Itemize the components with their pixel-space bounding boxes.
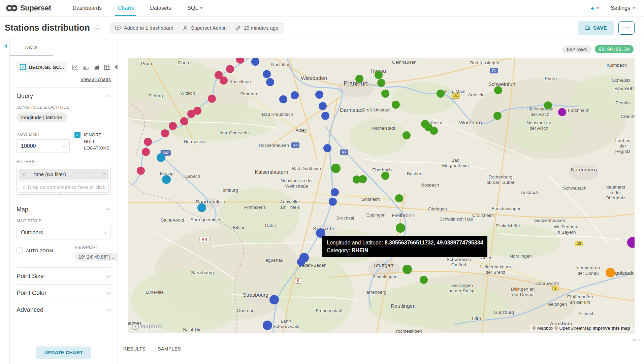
chevron-up-icon	[106, 95, 111, 99]
map-point-green[interactable]	[381, 90, 389, 98]
map-point-green[interactable]	[544, 101, 552, 109]
viewport-value-pill[interactable]: 10° 24' 49.86" | ...	[74, 253, 118, 261]
map-point-blue[interactable]	[266, 78, 274, 86]
map-point-blue[interactable]	[321, 112, 329, 120]
results-tab-samples[interactable]: SAMPLES	[158, 346, 181, 352]
viz-type-pill[interactable]: ✓ DECK.GL SC...	[17, 62, 67, 72]
workspace: DATA ✓ DECK.GL SC...	[0, 39, 644, 364]
unchecked-checkbox-icon[interactable]	[17, 247, 23, 254]
mapbox-attribution-link[interactable]: © Mapbox	[533, 326, 553, 331]
top-navbar: Superset DashboardsChartsDatasetsSQL + S…	[0, 0, 644, 16]
map-point-green[interactable]	[402, 265, 412, 274]
section-header-advanced[interactable]: Advanced	[17, 301, 111, 318]
map-point-orange[interactable]	[606, 268, 615, 277]
map-point-blue[interactable]	[251, 58, 259, 66]
map-point-green[interactable]	[375, 71, 383, 79]
map-point-pink[interactable]	[226, 65, 234, 73]
chevron-down-icon	[106, 273, 111, 278]
settings-menu[interactable]: Settings	[611, 5, 635, 11]
map-point-blue[interactable]	[269, 295, 279, 304]
map-point-green[interactable]	[493, 112, 502, 120]
table-icon[interactable]	[104, 64, 110, 70]
update-chart-button[interactable]: UPDATE CHART	[36, 346, 91, 359]
map-point-green[interactable]	[430, 127, 438, 135]
favorite-star-icon[interactable]: ☆	[94, 23, 101, 32]
collapse-results-chevron[interactable]	[632, 337, 635, 343]
map-point-pink[interactable]	[161, 129, 169, 137]
map-point-blue[interactable]	[319, 102, 327, 110]
map-point-blue[interactable]	[279, 95, 287, 103]
map-point-pink[interactable]	[187, 110, 195, 118]
map-point-green[interactable]	[395, 194, 403, 202]
map-point-blue[interactable]	[297, 258, 305, 266]
map-point-purple[interactable]	[558, 108, 566, 116]
area-chart-icon[interactable]	[93, 64, 100, 70]
map-point-pink[interactable]	[137, 167, 145, 175]
map-point-green[interactable]	[396, 223, 405, 233]
bar-chart-icon[interactable]	[83, 64, 89, 70]
big-number-icon[interactable]: 4k	[115, 64, 118, 70]
line-chart-icon[interactable]	[72, 64, 78, 70]
map-point-blue[interactable]	[263, 70, 271, 78]
ignore-null-checkbox-row[interactable]: ✓ IGNORE NULL LOCATIONS	[74, 132, 111, 152]
map-point-green[interactable]	[392, 101, 400, 109]
save-button[interactable]: SAVE	[578, 21, 614, 35]
map-point-pink[interactable]	[142, 148, 150, 156]
map-point-blue[interactable]	[263, 321, 272, 330]
map-point-green[interactable]	[381, 172, 389, 180]
map-point-pink[interactable]	[144, 138, 152, 146]
map-point-blue[interactable]	[315, 91, 323, 99]
filter-drop-zone[interactable]: + Drop columns/metrics here or click	[19, 181, 109, 193]
map-point-blue[interactable]	[323, 144, 331, 152]
map-point-blue[interactable]	[331, 188, 339, 196]
map-point-green[interactable]	[420, 276, 428, 284]
map-point-green[interactable]	[377, 79, 385, 87]
meta-badge[interactable]: Added to 1 dashboard	[115, 25, 173, 31]
meta-badge[interactable]: Superset Admin	[182, 25, 227, 31]
superset-logo[interactable]: Superset	[6, 0, 51, 16]
map-point-cyan[interactable]	[197, 203, 206, 212]
map-section-header[interactable]: Map	[17, 201, 111, 218]
map-point-cyan[interactable]	[157, 153, 165, 162]
map-point-pink[interactable]	[220, 76, 228, 85]
filter-value: __time (No filter)	[29, 171, 102, 177]
map-point-green[interactable]	[494, 86, 502, 94]
map-point-green[interactable]	[355, 75, 363, 83]
section-header-point-size[interactable]: Point Size	[17, 268, 111, 284]
map-point-blue[interactable]	[329, 198, 337, 206]
map-point-cyan[interactable]	[162, 175, 171, 184]
view-all-charts-link[interactable]: View all charts	[80, 77, 111, 82]
remove-filter-icon[interactable]: ×	[19, 171, 29, 177]
map-point-green[interactable]	[402, 131, 411, 139]
query-section-header[interactable]: Query	[17, 88, 111, 104]
map-style-select[interactable]: Outdoors	[17, 226, 111, 239]
improve-map-link[interactable]: Improve this map	[592, 326, 630, 331]
row-limit-select[interactable]: 10000	[17, 139, 70, 153]
osm-attribution-link[interactable]: © OpenStreetMap	[554, 326, 591, 331]
nav-item-sql[interactable]: SQL	[187, 0, 203, 16]
map-point-pink[interactable]	[180, 117, 188, 125]
tab-data[interactable]: DATA	[10, 39, 53, 56]
meta-badge[interactable]: 29 minutes ago	[235, 25, 279, 31]
deckgl-scatter-map[interactable]: PrümDaunNastättenGelnhausenBad Kissingen…	[128, 58, 635, 333]
results-tab-results[interactable]: RESULTS	[123, 346, 146, 352]
map-point-pink[interactable]	[208, 95, 216, 103]
checked-checkbox-icon[interactable]: ✓	[74, 132, 80, 138]
section-header-point-color[interactable]: Point Color	[17, 285, 111, 301]
mapbox-logo[interactable]: ✶ mapbox	[132, 323, 162, 330]
nav-item-dashboards[interactable]: Dashboards	[72, 0, 102, 16]
lonlat-value-pill[interactable]: longitude | latitude	[17, 112, 67, 122]
filter-pill[interactable]: × __time (No filter)	[19, 169, 109, 180]
map-point-green[interactable]	[437, 90, 445, 98]
more-options-button[interactable]: ···	[618, 21, 635, 35]
map-point-pink[interactable]	[169, 122, 177, 130]
map-point-green[interactable]	[359, 175, 367, 183]
auto-zoom-checkbox-row[interactable]: AUTO ZOOM	[17, 247, 70, 254]
nav-item-datasets[interactable]: Datasets	[149, 0, 172, 16]
map-point-blue[interactable]	[291, 91, 299, 99]
map-heading: Map	[17, 206, 28, 213]
new-menu[interactable]: +	[590, 5, 599, 12]
map-point-green[interactable]	[331, 164, 341, 173]
expand-panel-icon[interactable]	[2, 43, 7, 364]
nav-item-charts[interactable]: Charts	[117, 0, 134, 16]
